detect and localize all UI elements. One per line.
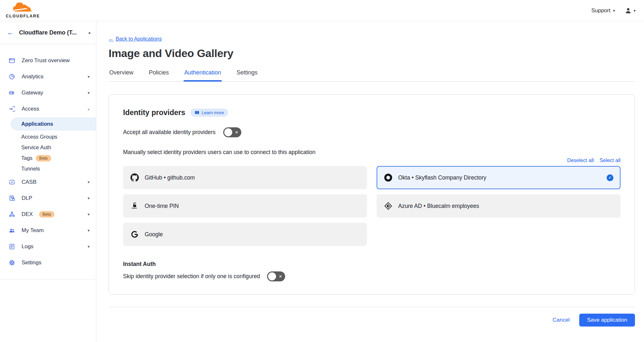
identity-provider-grid: GitHub • github.com Okta • Skyflash Comp… <box>123 166 620 246</box>
accept-all-label: Accept all available identity providers <box>123 129 216 136</box>
support-menu[interactable]: Support ▾ <box>591 7 615 14</box>
save-application-button[interactable]: Save application <box>579 314 635 327</box>
sidebar-subitem-label: Tags <box>21 155 33 161</box>
toggle-off-icon: ✕ <box>235 130 238 135</box>
casb-shield-icon <box>8 179 15 186</box>
main-content: ← Back to Applications Image and Video G… <box>96 21 644 342</box>
caret-down-icon: ▾ <box>88 74 90 79</box>
identity-providers-card: Identity providers Learn more Accept all… <box>109 94 635 295</box>
sidebar-item-applications[interactable]: Applications <box>11 117 96 131</box>
sidebar-item-settings[interactable]: Settings <box>0 255 96 271</box>
book-icon <box>195 110 199 115</box>
accept-all-toggle[interactable]: ✕ <box>223 127 241 137</box>
learn-more-link[interactable]: Learn more <box>190 109 228 117</box>
sidebar-item-zero-trust-overview[interactable]: Zero Trust overview <box>0 53 96 69</box>
sidebar-item-dex[interactable]: DEX Beta ▾ <box>0 206 96 222</box>
pie-chart-icon <box>8 73 15 80</box>
sidebar-item-service-auth[interactable]: Service Auth <box>0 142 96 153</box>
cloudflare-wordmark: CLOUDFLARE <box>6 14 40 18</box>
toggle-knob <box>224 128 232 136</box>
instant-auth-toggle[interactable]: ✕ <box>267 271 285 281</box>
tab-settings[interactable]: Settings <box>236 69 258 82</box>
document-lock-icon <box>8 195 15 202</box>
tab-authentication[interactable]: Authentication <box>184 69 222 82</box>
sidebar-item-label: DLP <box>22 195 32 201</box>
caret-down-icon: ▾ <box>634 8 636 13</box>
back-arrow-icon[interactable]: ← <box>7 29 14 36</box>
network-nodes-icon <box>8 211 15 218</box>
sidebar-item-label: Zero Trust overview <box>22 57 70 64</box>
cancel-button[interactable]: Cancel <box>553 317 570 323</box>
provider-one-time-pin[interactable]: **** One-time PIN <box>123 194 367 218</box>
instant-auth-heading: Instant Auth <box>123 261 620 268</box>
tab-overview[interactable]: Overview <box>109 69 134 82</box>
user-menu[interactable]: ▾ <box>625 7 636 14</box>
sidebar-item-label: Analytics <box>22 73 43 80</box>
sidebar-item-casb[interactable]: CASB ▾ <box>0 174 96 190</box>
okta-icon <box>384 173 393 182</box>
sidebar-item-access-groups[interactable]: Access Groups <box>0 132 96 142</box>
toggle-off-icon: ✕ <box>279 274 282 279</box>
back-to-applications-link[interactable]: ← Back to Applications <box>109 36 162 42</box>
sidebar-item-tunnels[interactable]: Tunnels <box>0 163 96 174</box>
cloudflare-logo: CLOUDFLARE <box>6 3 40 18</box>
provider-label: Okta • Skyflash Company Directory <box>398 174 486 181</box>
team-icon <box>8 227 15 234</box>
sidebar-item-tags[interactable]: Tags Beta <box>0 153 96 163</box>
account-name: Cloudflare Demo (T... <box>19 29 77 36</box>
provider-github[interactable]: GitHub • github.com <box>123 166 367 189</box>
one-time-pin-icon: **** <box>130 201 139 210</box>
check-icon: ✓ <box>607 174 613 181</box>
caret-down-icon: ▾ <box>88 180 90 184</box>
card-title: Identity providers <box>123 108 185 117</box>
sidebar-item-access[interactable]: Access ▴ <box>0 101 96 117</box>
sidebar-item-label: CASB <box>22 179 36 185</box>
sidebar-item-label: DEX <box>22 211 33 218</box>
caret-down-icon: ▾ <box>88 212 90 217</box>
caret-down-icon: ▾ <box>88 196 90 200</box>
access-login-icon <box>8 105 15 112</box>
sidebar-divider <box>0 279 96 286</box>
sidebar-item-label: Logs <box>22 243 34 250</box>
provider-label: GitHub • github.com <box>145 174 195 181</box>
sidebar-item-analytics[interactable]: Analytics ▾ <box>0 69 96 85</box>
gateway-icon <box>8 89 15 96</box>
svg-text:****: **** <box>132 207 137 210</box>
caret-down-icon: ▾ <box>88 244 90 249</box>
beta-badge: Beta <box>36 155 51 161</box>
sidebar-subitem-label: Access Groups <box>21 134 57 140</box>
cloudflare-cloud-icon <box>10 3 35 14</box>
provider-google[interactable]: Google <box>123 223 367 246</box>
back-arrow-icon: ← <box>109 36 114 42</box>
topbar: CLOUDFLARE Support ▾ ▾ <box>0 0 644 21</box>
sidebar-subitem-label: Applications <box>21 121 53 127</box>
user-icon <box>625 7 632 14</box>
learn-more-label: Learn more <box>202 110 224 115</box>
provider-label: Azure AD • Bluecalm employees <box>398 203 479 210</box>
tab-bar: Overview Policies Authentication Setting… <box>109 69 635 82</box>
sidebar-item-logs[interactable]: Logs ▾ <box>0 239 96 255</box>
sidebar-item-label: Access <box>22 106 39 112</box>
provider-okta[interactable]: Okta • Skyflash Company Directory ✓ <box>377 166 620 189</box>
provider-label: One-time PIN <box>145 203 179 210</box>
gear-icon <box>8 259 15 266</box>
sidebar-item-dlp[interactable]: DLP ▾ <box>0 190 96 206</box>
provider-azure-ad[interactable]: Azure AD • Bluecalm employees <box>377 194 620 218</box>
sidebar-item-gateway[interactable]: Gateway ▾ <box>0 85 96 101</box>
sidebar-nav: Zero Trust overview Analytics ▾ <box>0 44 96 286</box>
sidebar: ← Cloudflare Demo (T... ▸ Zero Trust ove… <box>0 21 96 342</box>
window-icon <box>8 57 15 64</box>
sidebar-item-my-team[interactable]: My Team ▾ <box>0 222 96 239</box>
support-label: Support <box>591 7 610 14</box>
form-footer: Cancel Save application <box>109 307 635 327</box>
github-icon <box>130 173 139 182</box>
caret-right-icon[interactable]: ▸ <box>89 30 91 35</box>
tab-policies[interactable]: Policies <box>148 69 169 82</box>
instant-auth-label: Skip identity provider selection if only… <box>123 273 260 280</box>
toggle-knob <box>268 272 276 280</box>
select-all-link[interactable]: Select all <box>600 158 620 163</box>
sidebar-item-label: Gateway <box>22 90 43 96</box>
manual-select-text: Manually select identity providers users… <box>123 149 620 156</box>
deselect-all-link[interactable]: Deselect all <box>567 158 594 163</box>
sidebar-item-label: My Team <box>22 227 44 234</box>
